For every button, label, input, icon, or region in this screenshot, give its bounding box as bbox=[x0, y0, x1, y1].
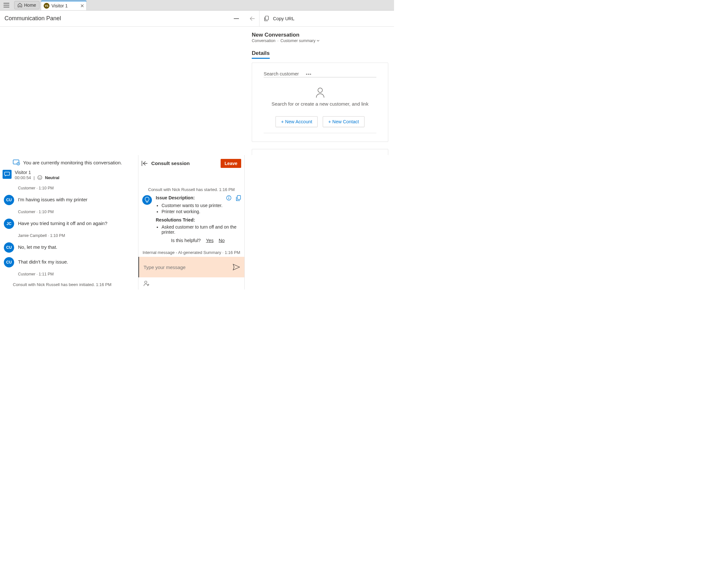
home-tab-label: Home bbox=[24, 3, 36, 8]
copy-url-label: Copy URL bbox=[273, 16, 294, 21]
collapse-consult-icon[interactable] bbox=[142, 161, 147, 166]
svg-point-17 bbox=[145, 281, 147, 283]
chat-message: CU I'm having issues with my printer bbox=[4, 195, 134, 205]
message-text: No, let me try that. bbox=[18, 244, 134, 250]
chat-message: CU No, let me try that. bbox=[4, 243, 134, 253]
issue-item: Printer not working. bbox=[162, 209, 241, 214]
message-meta: Customer · 1:10 PM bbox=[18, 186, 134, 190]
resolutions-tried-title: Resolutions Tried: bbox=[156, 217, 241, 223]
tab-home[interactable]: Home bbox=[14, 1, 39, 9]
message-meta: Customer · 1:11 PM bbox=[18, 272, 134, 277]
new-contact-button[interactable]: + New Contact bbox=[323, 116, 364, 127]
message-meta: Customer · 1:10 PM bbox=[18, 210, 134, 214]
resolution-item: Asked customer to turn off and on the pr… bbox=[162, 225, 241, 235]
sentiment-icon bbox=[37, 175, 42, 180]
svg-rect-1 bbox=[265, 16, 268, 20]
conversation-details-card: Conversation details Pre-chat survey Vis… bbox=[252, 149, 388, 155]
visitor-tab-label: Visitor 1 bbox=[51, 3, 67, 8]
new-account-button[interactable]: + New Account bbox=[276, 116, 318, 127]
helpful-question: Is this helpful? bbox=[171, 238, 201, 243]
conversation-timer: 00:00:54 bbox=[15, 175, 31, 180]
svg-rect-16 bbox=[237, 196, 241, 199]
conversation-details-title: Conversation details bbox=[257, 155, 383, 155]
person-icon bbox=[264, 87, 376, 98]
avatar: CU bbox=[4, 257, 14, 268]
customer-search-card: Search customer --- Search for or create… bbox=[252, 63, 388, 142]
info-icon[interactable] bbox=[226, 195, 232, 201]
add-participant-icon[interactable] bbox=[144, 281, 150, 286]
leave-button[interactable]: Leave bbox=[221, 159, 241, 168]
svg-rect-6 bbox=[4, 172, 10, 175]
system-message: Consult with Nick Russell has been initi… bbox=[13, 282, 134, 287]
search-customer-value[interactable]: --- bbox=[306, 71, 312, 76]
helpful-no[interactable]: No bbox=[219, 238, 225, 243]
copy-icon[interactable] bbox=[236, 195, 241, 201]
conversation-title: New Conversation bbox=[252, 32, 388, 38]
issue-description-title: Issue Description: bbox=[156, 195, 195, 200]
avatar: JC bbox=[4, 219, 14, 229]
svg-point-14 bbox=[229, 197, 229, 197]
svg-point-8 bbox=[39, 177, 39, 178]
visitor-name: Visitor 1 bbox=[15, 170, 59, 175]
visitor-chat-icon bbox=[3, 170, 12, 179]
ai-summary-meta: Internal message - AI-generated Summary … bbox=[138, 250, 244, 255]
monitor-icon bbox=[13, 160, 20, 165]
svg-point-2 bbox=[318, 88, 322, 93]
search-hint: Search for or create a new customer, and… bbox=[264, 101, 376, 107]
back-button[interactable] bbox=[245, 11, 259, 26]
message-input[interactable] bbox=[144, 265, 233, 270]
visitor-badge: V1 bbox=[44, 3, 49, 9]
consult-started-message: Consult with Nick Russell has started. 1… bbox=[138, 187, 244, 192]
message-text: Have you tried turning it off and on aga… bbox=[18, 221, 134, 226]
message-text: That didn't fix my issue. bbox=[18, 259, 134, 265]
view-selector[interactable]: Customer summary bbox=[280, 39, 320, 43]
search-customer-label: Search customer bbox=[264, 71, 299, 76]
chevron-down-icon bbox=[317, 40, 320, 42]
home-icon bbox=[18, 3, 22, 7]
hamburger-menu[interactable] bbox=[0, 1, 13, 9]
message-compose[interactable] bbox=[138, 257, 244, 278]
copy-url-icon bbox=[264, 16, 270, 22]
svg-point-9 bbox=[40, 177, 41, 178]
consult-session-title: Consult session bbox=[151, 161, 190, 166]
message-meta: Jamie Campbell · 1:10 PM bbox=[18, 234, 134, 238]
chat-message: CU That didn't fix my issue. bbox=[4, 257, 134, 268]
details-tab[interactable]: Details bbox=[252, 50, 270, 59]
svg-point-5 bbox=[18, 163, 19, 164]
monitoring-message: You are currently monitoring this conver… bbox=[23, 160, 122, 165]
avatar: CU bbox=[4, 195, 14, 205]
issue-item: Customer wants to use printer. bbox=[162, 203, 241, 208]
avatar: CU bbox=[4, 243, 14, 253]
tab-visitor[interactable]: V1 Visitor 1 bbox=[41, 1, 86, 10]
svg-point-7 bbox=[38, 176, 42, 180]
chat-message: JC Have you tried turning it off and on … bbox=[4, 219, 134, 229]
close-tab-icon[interactable] bbox=[81, 4, 84, 7]
copy-url-button[interactable]: Copy URL bbox=[259, 16, 299, 22]
lightbulb-icon bbox=[142, 195, 152, 205]
conversation-sub-left: Conversation bbox=[252, 39, 276, 43]
sentiment-label: Neutral bbox=[45, 175, 59, 180]
helpful-yes[interactable]: Yes bbox=[206, 238, 214, 243]
message-text: I'm having issues with my printer bbox=[18, 197, 134, 202]
send-icon[interactable] bbox=[233, 264, 240, 270]
minimize-icon[interactable] bbox=[234, 18, 239, 19]
comm-panel-title: Communication Panel bbox=[4, 15, 61, 22]
